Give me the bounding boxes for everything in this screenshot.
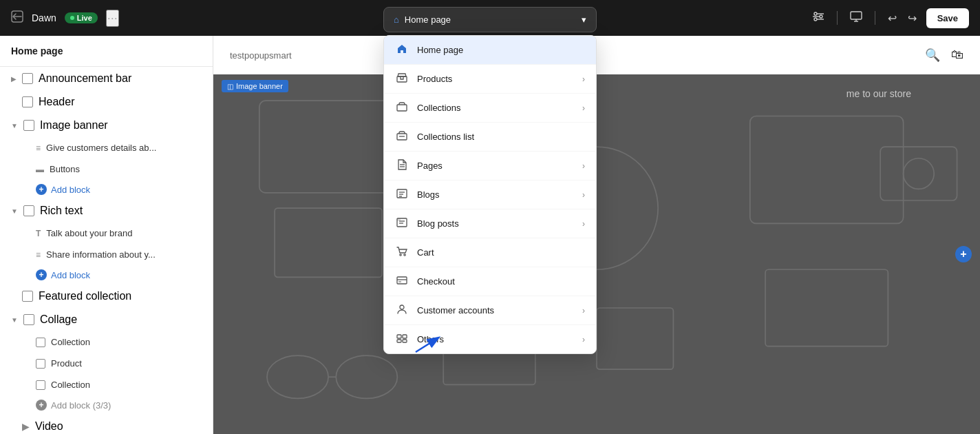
collections-list-icon: [395, 130, 409, 143]
home-page-label: Home page: [417, 45, 585, 55]
live-dot: [70, 16, 74, 20]
dropdown-trigger[interactable]: ⌂ Home page ▾: [383, 7, 597, 32]
dropdown-item-cart[interactable]: Cart: [384, 238, 596, 267]
redo-button[interactable]: ↪: [904, 8, 921, 29]
blog-posts-icon: [395, 217, 409, 230]
trigger-home-icon: ⌂: [394, 14, 399, 25]
dropdown-trigger-left: ⌂ Home page: [394, 14, 451, 25]
svg-rect-41: [398, 281, 401, 282]
dropdown-item-collections-list[interactable]: Collections list: [384, 123, 596, 152]
blog-posts-chevron: ›: [582, 219, 585, 229]
dropdown-item-products[interactable]: Products ›: [384, 65, 596, 94]
save-button[interactable]: Save: [926, 8, 969, 28]
customize-icon-group: [808, 6, 829, 30]
blogs-label: Blogs: [417, 189, 574, 200]
svg-point-38: [404, 254, 405, 256]
cursor-arrow-indicator: [409, 333, 443, 354]
customer-accounts-label: Customer accounts: [417, 305, 574, 316]
products-label: Products: [417, 74, 574, 84]
blogs-chevron: ›: [582, 190, 585, 200]
customer-accounts-chevron: ›: [582, 306, 585, 316]
desktop-view-button[interactable]: [846, 6, 866, 30]
dropdown-item-blogs[interactable]: Blogs ›: [384, 180, 596, 209]
others-chevron: ›: [582, 335, 585, 344]
dropdown-item-home-page[interactable]: Home page: [384, 36, 596, 65]
separator2: [875, 11, 875, 25]
pages-label: Pages: [417, 161, 574, 171]
svg-rect-46: [403, 340, 407, 342]
products-icon: [395, 72, 409, 85]
pages-icon: [395, 159, 409, 172]
separator: [837, 11, 838, 25]
dropdown-item-collections[interactable]: Collections ›: [384, 94, 596, 123]
live-badge: Live: [65, 12, 98, 23]
svg-point-2: [820, 15, 822, 18]
blog-posts-label: Blog posts: [417, 218, 574, 229]
home-page-icon: [395, 43, 409, 56]
dropdown-item-customer-accounts[interactable]: Customer accounts ›: [384, 296, 596, 325]
svg-point-42: [400, 305, 404, 309]
collections-list-label: Collections list: [417, 132, 585, 142]
svg-rect-36: [397, 218, 401, 221]
undo-button[interactable]: ↩: [884, 8, 901, 29]
cart-label: Cart: [417, 247, 585, 258]
store-name: Dawn: [32, 12, 56, 23]
checkout-icon: [395, 275, 409, 288]
svg-point-3: [814, 18, 817, 21]
svg-point-1: [814, 12, 817, 15]
blogs-icon: [395, 188, 409, 201]
dropdown-item-others[interactable]: Others ›: [384, 325, 596, 353]
dropdown-item-pages[interactable]: Pages ›: [384, 152, 596, 180]
pages-chevron: ›: [582, 161, 585, 171]
dropdown-item-blog-posts[interactable]: Blog posts ›: [384, 209, 596, 238]
svg-rect-45: [397, 340, 401, 342]
trigger-label: Home page: [405, 14, 451, 25]
page-dropdown-wrapper: ⌂ Home page ▾ Home page Products: [383, 7, 597, 354]
back-button[interactable]: [11, 10, 23, 25]
customer-accounts-icon: [395, 304, 409, 317]
checkout-label: Checkout: [417, 276, 585, 287]
top-bar-right: ↩ ↪ Save: [808, 6, 969, 30]
svg-rect-39: [397, 277, 407, 284]
trigger-chevron: ▾: [582, 14, 586, 25]
svg-point-37: [400, 254, 401, 256]
dropdown-menu: Home page Products › Collection: [383, 35, 597, 354]
svg-rect-43: [397, 335, 401, 338]
products-chevron: ›: [582, 74, 585, 84]
undo-redo-group: ↩ ↪: [884, 8, 921, 29]
svg-rect-7: [851, 12, 862, 19]
collections-label: Collections: [417, 103, 574, 113]
cart-icon: [395, 246, 409, 259]
collections-icon: [395, 101, 409, 114]
svg-rect-24: [397, 105, 407, 111]
svg-rect-44: [403, 335, 407, 338]
others-icon: [395, 333, 409, 346]
collections-chevron: ›: [582, 103, 585, 113]
more-options-button[interactable]: ···: [106, 10, 119, 27]
dropdown-item-checkout[interactable]: Checkout: [384, 267, 596, 296]
customize-icon[interactable]: [808, 6, 829, 30]
